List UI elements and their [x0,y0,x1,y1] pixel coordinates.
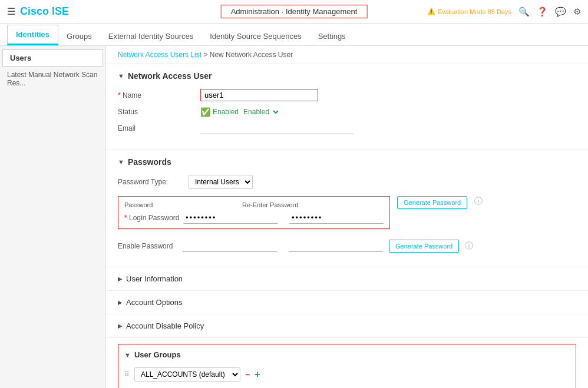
name-row: * Name [118,89,576,101]
password-type-label: Password Type: [118,178,189,186]
chevron-right-icon-2: ▶ [118,299,123,306]
network-access-user-section: ▼ Network Access User * Name Status ✅ En… [106,64,588,150]
status-value: Enabled [213,108,239,116]
chevron-down-icon: ▼ [118,72,124,79]
tab-settings[interactable]: Settings [310,27,354,45]
chevron-down-icon-ug: ▼ [124,351,131,359]
email-row: Email [118,122,576,134]
login-password-row: * Login Password [124,212,384,224]
sidebar-item-users[interactable]: Users [2,49,103,67]
user-information-title: ▶ User Information [118,274,576,283]
page-title: Administration · Identity Management [221,5,368,18]
chevron-right-icon-3: ▶ [118,323,123,329]
password-table: Password Re-Enter Password * Login Passw… [118,196,390,229]
account-options-section[interactable]: ▶ Account Options [106,291,588,314]
layout: Users Latest Manual Network Scan Res... … [0,46,588,388]
password-type-select[interactable]: Internal Users [189,175,253,189]
generate-enable-password-button[interactable]: Generate Password [389,240,459,253]
breadcrumb-separator: > [203,51,207,59]
header: ☰ Cisco ISE Administration · Identity Ma… [0,0,588,24]
password-type-row: Password Type: Internal Users [118,175,576,189]
account-options-title: ▶ Account Options [118,298,576,307]
status-row: Status ✅ Enabled Enabled Disabled [118,107,576,117]
notification-icon[interactable]: 💬 [555,6,566,17]
header-left: ☰ Cisco ISE [7,5,69,18]
name-input[interactable] [200,89,318,101]
main-nav: Identities Groups External Identity Sour… [0,24,588,46]
help-icon[interactable]: ❓ [537,6,548,17]
network-access-user-title[interactable]: ▼ Network Access User [118,71,576,81]
name-label: * Name [118,91,200,100]
enable-password-label: Enable Password [118,242,177,250]
login-password-reenter-input[interactable] [289,212,384,224]
tab-external-identity-sources[interactable]: External Identity Sources [100,27,202,45]
search-icon[interactable]: 🔍 [518,6,530,17]
login-password-label: * Login Password [124,214,183,222]
chevron-right-icon-1: ▶ [118,276,123,282]
passwords-section: ▼ Passwords Password Type: Internal User… [106,150,588,267]
email-input[interactable] [200,122,354,134]
status-dropdown[interactable]: Enabled Disabled [241,107,280,117]
breadcrumb-current: New Network Access User [210,51,293,59]
drag-handle-icon[interactable]: ⠿ [124,370,130,379]
user-groups-section: ▼ User Groups ⠿ ALL_ACCOUNTS (default) −… [118,344,576,388]
enable-password-row: Enable Password Generate Password ⓘ [118,240,576,253]
info-icon-enable[interactable]: ⓘ [465,241,473,251]
tab-identities[interactable]: Identities [7,25,58,45]
enable-password-reenter-input[interactable] [289,240,383,252]
user-groups-title[interactable]: ▼ User Groups [124,350,570,359]
chevron-down-icon-pw: ▼ [118,158,124,165]
status-label: Status [118,108,200,116]
main-content: Network Access Users List > New Network … [106,46,588,388]
add-group-button[interactable]: + [255,369,260,380]
breadcrumb-link[interactable]: Network Access Users List [118,51,201,59]
hamburger-icon[interactable]: ☰ [7,6,15,17]
login-password-input[interactable] [183,212,278,224]
tab-groups[interactable]: Groups [58,27,100,45]
user-information-section[interactable]: ▶ User Information [106,267,588,291]
remove-group-button[interactable]: − [245,370,250,379]
enable-password-input[interactable] [183,240,277,252]
group-select[interactable]: ALL_ACCOUNTS (default) [134,367,240,382]
brand-logo: Cisco ISE [20,5,69,18]
passwords-title[interactable]: ▼ Passwords [118,157,576,167]
group-row: ⠿ ALL_ACCOUNTS (default) − + [124,365,570,384]
sidebar-item-scan[interactable]: Latest Manual Network Scan Res... [0,68,105,90]
account-disable-policy-title: ▶ Account Disable Policy [118,321,576,330]
reenter-col-header: Re-Enter Password [242,201,360,208]
pw-headers: Password Re-Enter Password [124,201,384,208]
status-badge: ✅ Enabled Enabled Disabled [200,107,280,117]
generate-login-password-button[interactable]: Generate Password [397,196,467,209]
warning-icon: ⚠️ [427,8,435,15]
info-icon-login[interactable]: ⓘ [474,196,483,207]
email-label: Email [118,124,200,132]
settings-icon[interactable]: ⚙ [573,6,581,17]
account-disable-policy-section[interactable]: ▶ Account Disable Policy [106,314,588,338]
breadcrumb: Network Access Users List > New Network … [106,46,588,64]
tab-identity-source-sequences[interactable]: Identity Source Sequences [201,27,309,45]
header-right: ⚠️ Evaluation Mode 85 Days 🔍 ❓ 💬 ⚙ [427,6,581,17]
sidebar: Users Latest Manual Network Scan Res... [0,46,106,388]
checkbox-icon: ✅ [200,107,210,117]
eval-warning: ⚠️ Evaluation Mode 85 Days [427,8,511,15]
password-col-header: Password [124,201,242,208]
